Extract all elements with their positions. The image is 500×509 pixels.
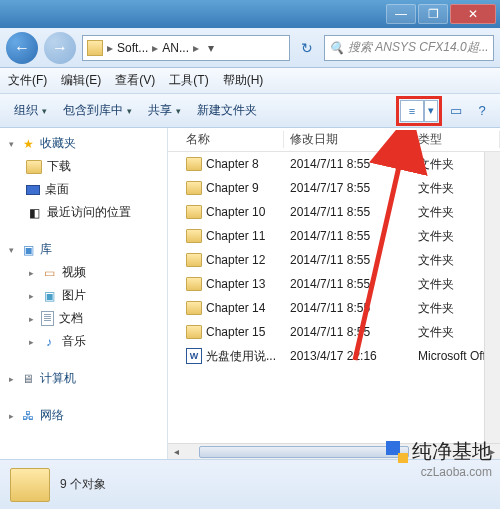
folder-icon xyxy=(186,205,202,219)
horizontal-scrollbar[interactable]: ◂ ▸ xyxy=(168,443,500,459)
menu-view[interactable]: 查看(V) xyxy=(115,72,155,89)
breadcrumb[interactable]: ▸ Soft... ▸ AN... ▸ ▾ xyxy=(82,35,290,61)
sidebar-item-label: 文档 xyxy=(59,310,83,327)
column-header-type[interactable]: 类型 xyxy=(412,131,500,148)
main-area: ▾ ★ 收藏夹 下载 桌面 ◧ 最近访问的位置 ▾ ▣ 库 xyxy=(0,128,500,459)
window-titlebar: — ❐ ✕ xyxy=(0,0,500,28)
document-icon xyxy=(41,311,54,326)
file-row[interactable]: Chapter 92014/7/17 8:55文件夹 xyxy=(168,176,500,200)
file-name: Chapter 10 xyxy=(206,205,265,219)
refresh-button[interactable]: ↻ xyxy=(296,37,318,59)
sidebar-item-recent[interactable]: ◧ 最近访问的位置 xyxy=(0,201,167,224)
file-row[interactable]: Chapter 132014/7/11 8:55文件夹 xyxy=(168,272,500,296)
folder-icon xyxy=(87,40,103,56)
folder-icon xyxy=(10,468,50,502)
sidebar-item-label: 视频 xyxy=(62,264,86,281)
share-button[interactable]: 共享 xyxy=(140,98,189,123)
library-icon: ▣ xyxy=(20,242,36,258)
chevron-right-icon: ▸ xyxy=(6,411,16,421)
sidebar-libraries-header[interactable]: ▾ ▣ 库 xyxy=(0,238,167,261)
sidebar-computer-header[interactable]: ▸ 🖥 计算机 xyxy=(0,367,167,390)
file-date: 2014/7/11 8:55 xyxy=(284,205,412,219)
scroll-left-icon[interactable]: ◂ xyxy=(168,444,184,460)
sidebar-item-music[interactable]: ▸ ♪ 音乐 xyxy=(0,330,167,353)
sidebar-item-label: 最近访问的位置 xyxy=(47,204,131,221)
menu-edit[interactable]: 编辑(E) xyxy=(61,72,101,89)
view-mode-highlight: ≡ ▾ xyxy=(396,96,442,126)
minimize-button[interactable]: — xyxy=(386,4,416,24)
menu-help[interactable]: 帮助(H) xyxy=(223,72,264,89)
file-row[interactable]: Chapter 142014/7/11 8:55文件夹 xyxy=(168,296,500,320)
file-row[interactable]: Chapter 122014/7/11 8:55文件夹 xyxy=(168,248,500,272)
sidebar-item-desktop[interactable]: 桌面 xyxy=(0,178,167,201)
navigation-row: ← → ▸ Soft... ▸ AN... ▸ ▾ ↻ 🔍 搜索 ANSYS C… xyxy=(0,28,500,68)
view-mode-dropdown[interactable]: ▾ xyxy=(424,100,438,122)
close-button[interactable]: ✕ xyxy=(450,4,496,24)
menu-file[interactable]: 文件(F) xyxy=(8,72,47,89)
chevron-down-icon: ▾ xyxy=(6,139,16,149)
sidebar-item-label: 音乐 xyxy=(62,333,86,350)
vertical-scrollbar[interactable] xyxy=(484,152,500,443)
menu-tools[interactable]: 工具(T) xyxy=(169,72,208,89)
chevron-right-icon: ▸ xyxy=(26,291,36,301)
sidebar-item-downloads[interactable]: 下载 xyxy=(0,155,167,178)
file-pane: 名称 修改日期 类型 Chapter 82014/7/11 8:55文件夹Cha… xyxy=(168,128,500,459)
sidebar-item-label: 图片 xyxy=(62,287,86,304)
file-date: 2014/7/17 8:55 xyxy=(284,181,412,195)
scroll-right-icon[interactable]: ▸ xyxy=(484,444,500,460)
scroll-track[interactable] xyxy=(184,445,484,459)
preview-pane-button[interactable]: ▭ xyxy=(444,100,468,122)
scroll-thumb[interactable] xyxy=(199,446,409,458)
file-name: Chapter 8 xyxy=(206,157,259,171)
toolbar: 组织 包含到库中 共享 新建文件夹 ≡ ▾ ▭ ? xyxy=(0,94,500,128)
back-button[interactable]: ← xyxy=(6,32,38,64)
folder-icon xyxy=(186,181,202,195)
file-row[interactable]: W光盘使用说...2013/4/17 22:16Microsoft Offi xyxy=(168,344,500,368)
forward-button[interactable]: → xyxy=(44,32,76,64)
sidebar-item-pictures[interactable]: ▸ ▣ 图片 xyxy=(0,284,167,307)
maximize-button[interactable]: ❐ xyxy=(418,4,448,24)
column-header-name[interactable]: 名称 xyxy=(168,131,284,148)
breadcrumb-seg[interactable]: AN... xyxy=(162,41,189,55)
search-input[interactable]: 🔍 搜索 ANSYS CFX14.0超... xyxy=(324,35,494,61)
file-date: 2014/7/11 8:55 xyxy=(284,157,412,171)
sidebar-item-videos[interactable]: ▸ ▭ 视频 xyxy=(0,261,167,284)
star-icon: ★ xyxy=(20,136,36,152)
folder-icon xyxy=(186,277,202,291)
new-folder-button[interactable]: 新建文件夹 xyxy=(189,98,265,123)
file-date: 2014/7/11 8:55 xyxy=(284,229,412,243)
file-date: 2014/7/11 8:55 xyxy=(284,253,412,267)
file-row[interactable]: Chapter 112014/7/11 8:55文件夹 xyxy=(168,224,500,248)
sidebar-label: 收藏夹 xyxy=(40,135,76,152)
breadcrumb-sep-icon: ▸ xyxy=(152,41,158,55)
file-row[interactable]: Chapter 82014/7/11 8:55文件夹 xyxy=(168,152,500,176)
recent-icon: ◧ xyxy=(26,205,42,221)
folder-icon xyxy=(186,229,202,243)
pictures-icon: ▣ xyxy=(41,288,57,304)
organize-button[interactable]: 组织 xyxy=(6,98,55,123)
sidebar-item-documents[interactable]: ▸ 文档 xyxy=(0,307,167,330)
file-name: Chapter 13 xyxy=(206,277,265,291)
file-row[interactable]: Chapter 152014/7/11 8:55文件夹 xyxy=(168,320,500,344)
file-date: 2014/7/11 8:55 xyxy=(284,325,412,339)
video-icon: ▭ xyxy=(41,265,57,281)
file-row[interactable]: Chapter 102014/7/11 8:55文件夹 xyxy=(168,200,500,224)
folder-icon xyxy=(186,157,202,171)
file-name: Chapter 14 xyxy=(206,301,265,315)
folder-icon xyxy=(186,253,202,267)
column-header-date[interactable]: 修改日期 xyxy=(284,131,412,148)
help-button[interactable]: ? xyxy=(470,100,494,122)
view-mode-button[interactable]: ≡ xyxy=(400,100,424,122)
file-date: 2013/4/17 22:16 xyxy=(284,349,412,363)
include-library-button[interactable]: 包含到库中 xyxy=(55,98,140,123)
breadcrumb-seg[interactable]: Soft... xyxy=(117,41,148,55)
sidebar-favorites-header[interactable]: ▾ ★ 收藏夹 xyxy=(0,132,167,155)
search-placeholder: 搜索 ANSYS CFX14.0超... xyxy=(348,39,489,56)
sidebar-network-header[interactable]: ▸ 🖧 网络 xyxy=(0,404,167,427)
computer-icon: 🖥 xyxy=(20,371,36,387)
sidebar-item-label: 下载 xyxy=(47,158,71,175)
file-name: Chapter 12 xyxy=(206,253,265,267)
breadcrumb-sep-icon: ▸ xyxy=(107,41,113,55)
sidebar-item-label: 桌面 xyxy=(45,181,69,198)
breadcrumb-dropdown-icon[interactable]: ▾ xyxy=(203,41,219,55)
